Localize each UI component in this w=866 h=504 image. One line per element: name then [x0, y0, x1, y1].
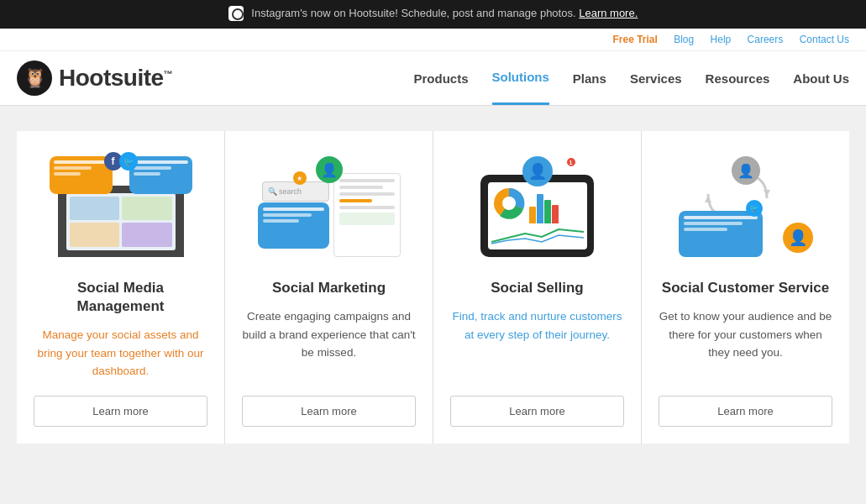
- smm-title: Social Media Management: [34, 279, 207, 316]
- sm-description: Create engaging campaigns and build a br…: [242, 307, 416, 381]
- banner-text: Instagram's now on Hootsuite! Schedule, …: [251, 7, 575, 19]
- main-nav: Hootsuite™ Products Solutions Plans Serv…: [0, 51, 866, 106]
- card-smm: f 🐦 S: [17, 131, 225, 444]
- nav-products[interactable]: Products: [414, 53, 469, 104]
- nav-about[interactable]: About Us: [793, 53, 849, 104]
- scs-learn-more-button[interactable]: Learn more: [659, 396, 832, 427]
- card-sm: 👤 ★ 🔍 search: [225, 131, 433, 444]
- banner-learn-more-link[interactable]: Learn more.: [579, 7, 638, 19]
- ss-illustration: 👤 1: [450, 148, 624, 265]
- ss-title: Social Selling: [491, 279, 584, 297]
- cards-section: f 🐦 S: [0, 106, 866, 469]
- logo[interactable]: Hootsuite™: [17, 60, 172, 96]
- scs-title: Social Customer Service: [662, 279, 829, 297]
- svg-marker-3: [705, 196, 711, 202]
- card-scs: 👤 👤 🐦: [642, 131, 849, 444]
- smm-description: Manage your social assets and bring your…: [34, 326, 207, 381]
- ss-learn-more-button[interactable]: Learn more: [450, 396, 624, 427]
- ss-description: Find, track and nurture customers at eve…: [450, 307, 624, 381]
- smm-learn-more-button[interactable]: Learn more: [34, 396, 207, 427]
- top-links-bar: Free Trial Blog Help Careers Contact Us: [0, 29, 866, 51]
- scs-illustration: 👤 👤 🐦: [659, 148, 832, 265]
- nav-plans[interactable]: Plans: [573, 53, 606, 104]
- contact-link[interactable]: Contact Us: [800, 34, 849, 45]
- logo-text: Hootsuite™: [59, 65, 172, 92]
- svg-marker-2: [764, 190, 770, 197]
- nav-solutions[interactable]: Solutions: [492, 51, 549, 105]
- help-link[interactable]: Help: [711, 34, 732, 45]
- svg-point-1: [502, 197, 516, 210]
- card-ss: 👤 1: [433, 131, 642, 444]
- free-trial-link[interactable]: Free Trial: [612, 34, 657, 45]
- instagram-icon: [228, 6, 244, 21]
- owl-logo: [17, 60, 52, 96]
- sm-learn-more-button[interactable]: Learn more: [242, 396, 416, 427]
- nav-resources[interactable]: Resources: [706, 53, 770, 104]
- nav-services[interactable]: Services: [630, 53, 682, 104]
- scs-description: Get to know your audience and be there f…: [659, 307, 832, 381]
- careers-link[interactable]: Careers: [748, 34, 784, 45]
- top-banner: Instagram's now on Hootsuite! Schedule, …: [0, 0, 866, 29]
- nav-links: Products Solutions Plans Services Resour…: [414, 51, 850, 105]
- sm-title: Social Marketing: [272, 279, 386, 297]
- smm-illustration: f 🐦: [34, 148, 207, 265]
- sm-illustration: 👤 ★ 🔍 search: [242, 148, 416, 265]
- blog-link[interactable]: Blog: [674, 34, 694, 45]
